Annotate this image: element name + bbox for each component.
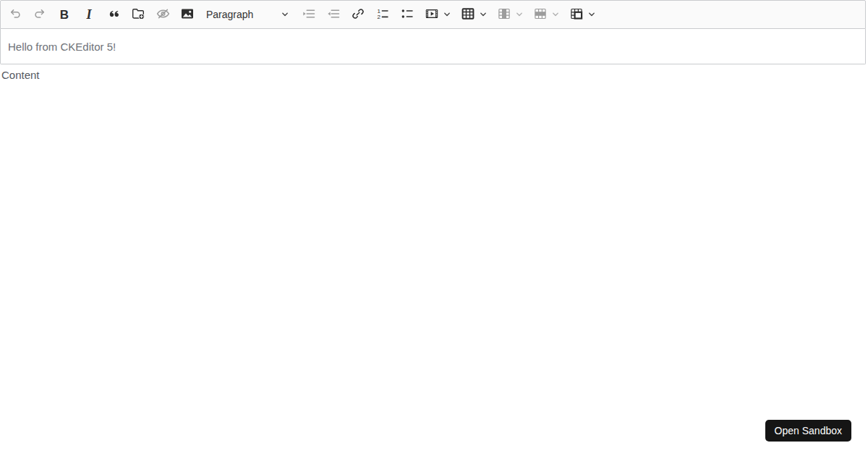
bulleted-list-icon xyxy=(400,7,414,23)
bold-button[interactable]: B xyxy=(52,2,77,27)
redo-icon xyxy=(33,7,47,23)
italic-button[interactable]: I xyxy=(77,2,101,27)
paragraph-dropdown[interactable]: Paragraph xyxy=(200,2,297,27)
chevron-down-icon xyxy=(551,10,560,19)
paragraph-dropdown-label: Paragraph xyxy=(206,9,281,20)
merge-cells-icon xyxy=(569,7,584,23)
folder-plus-icon xyxy=(131,7,146,23)
link-icon xyxy=(351,7,365,23)
italic-icon: I xyxy=(86,8,91,21)
table-column-icon xyxy=(497,7,511,23)
bold-icon: B xyxy=(60,9,69,21)
numbered-list-icon: 12 xyxy=(375,7,390,23)
undo-icon xyxy=(8,7,22,23)
bulleted-list-button[interactable] xyxy=(395,2,420,27)
indent-icon xyxy=(302,7,316,23)
redo-button[interactable] xyxy=(27,2,52,27)
image-icon xyxy=(180,7,195,23)
insert-table-icon xyxy=(461,7,475,23)
link-button[interactable] xyxy=(346,2,370,27)
svg-text:2: 2 xyxy=(378,14,381,20)
editor-content-area[interactable]: Hello from CKEditor 5! xyxy=(0,29,866,64)
content-label: Content xyxy=(1,69,868,81)
block-quote-icon xyxy=(106,7,121,23)
chevron-down-icon xyxy=(281,10,289,19)
open-sandbox-label: Open Sandbox xyxy=(775,425,842,436)
table-row-dropdown[interactable] xyxy=(528,2,564,27)
eye-slash-icon xyxy=(156,7,171,23)
insert-table-dropdown[interactable] xyxy=(456,2,492,27)
insert-file-button[interactable] xyxy=(126,2,150,27)
outdent-icon xyxy=(326,7,341,23)
undo-button[interactable] xyxy=(3,2,27,27)
chevron-down-icon xyxy=(479,10,488,19)
ckeditor-widget: B I Paragraph xyxy=(0,0,866,64)
editor-paragraph[interactable]: Hello from CKEditor 5! xyxy=(8,41,116,53)
table-column-dropdown[interactable] xyxy=(492,2,528,27)
chevron-down-icon xyxy=(587,10,596,19)
media-embed-dropdown[interactable] xyxy=(420,2,456,27)
chevron-down-icon xyxy=(515,10,524,19)
restricted-editing-button[interactable] xyxy=(150,2,175,27)
editor-toolbar: B I Paragraph xyxy=(0,0,866,29)
numbered-list-button[interactable]: 12 xyxy=(370,2,395,27)
indent-button[interactable] xyxy=(297,2,321,27)
merge-cells-dropdown[interactable] xyxy=(564,2,600,27)
block-quote-button[interactable] xyxy=(101,2,126,27)
insert-image-button[interactable] xyxy=(175,2,200,27)
chevron-down-icon xyxy=(443,10,451,19)
table-row-icon xyxy=(533,7,548,23)
open-sandbox-button[interactable]: Open Sandbox xyxy=(765,420,851,442)
media-embed-icon xyxy=(425,7,439,23)
outdent-button[interactable] xyxy=(321,2,346,27)
